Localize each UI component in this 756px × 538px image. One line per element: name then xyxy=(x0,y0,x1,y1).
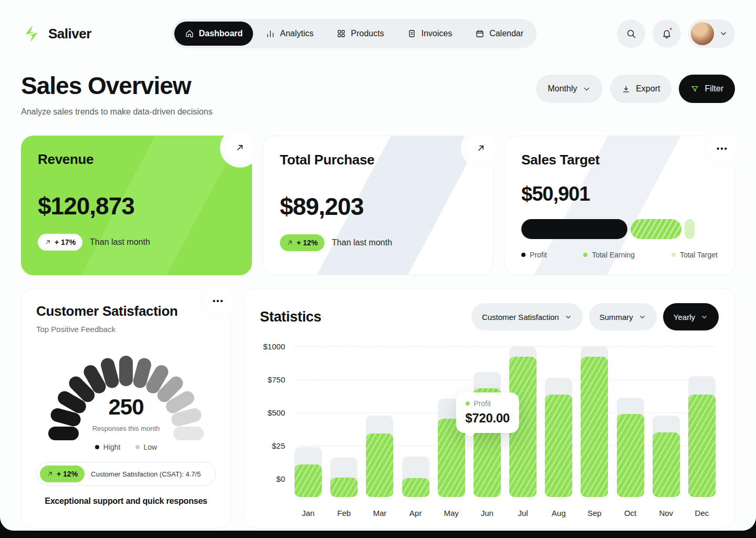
revenue-change-row: + 17% Than last month xyxy=(38,234,235,251)
bar[interactable] xyxy=(617,414,644,497)
legend-item-profit: Profit xyxy=(521,251,547,259)
notification-dot xyxy=(669,27,673,31)
sales-target-legend: ProfitTotal EarningTotal Target xyxy=(521,251,718,259)
tooltip-header: Profit xyxy=(465,399,510,408)
stats-filter-customer-satisfaction[interactable]: Customer Satisfaction xyxy=(471,303,583,330)
x-tick-label: Jan xyxy=(295,509,322,518)
brand-name: Saliver xyxy=(48,26,91,42)
statistics-card: Statistics Customer SatisfactionSummaryY… xyxy=(244,288,735,529)
chart-plot: JanFebMarAprMayJunJulAugSepOctNovDec Pro… xyxy=(295,346,716,497)
chart-tooltip: Profit $720.00 xyxy=(456,392,519,433)
revenue-change-note: Than last month xyxy=(90,237,150,247)
bar[interactable] xyxy=(330,478,358,497)
legend-item-total-target: Total Target xyxy=(671,251,718,259)
x-tick-label: Feb xyxy=(330,509,358,518)
statistics-head: Statistics Customer SatisfactionSummaryY… xyxy=(260,303,719,330)
total-purchase-expand-button[interactable] xyxy=(467,134,495,162)
bar-group-jan[interactable]: Jan xyxy=(295,346,322,497)
bar-group-oct[interactable]: Oct xyxy=(617,346,644,497)
nav-item-invoices[interactable]: Invoices xyxy=(396,22,463,46)
filter-button-label: Filter xyxy=(705,84,723,94)
analytics-icon xyxy=(266,29,275,38)
bar[interactable] xyxy=(545,395,572,497)
bar[interactable] xyxy=(366,433,393,497)
nav-item-label: Products xyxy=(351,29,384,38)
bar[interactable] xyxy=(688,395,716,497)
revenue-change-badge: + 17% xyxy=(38,234,82,251)
period-dropdown[interactable]: Monthly xyxy=(536,75,603,103)
tooltip-value: $720.00 xyxy=(465,411,510,426)
arrow-up-right-icon xyxy=(476,143,486,153)
x-tick-label: Apr xyxy=(402,509,429,518)
y-tick-label: $25 xyxy=(272,441,285,450)
bar[interactable] xyxy=(295,464,322,497)
legend-label: Total Earning xyxy=(592,251,635,259)
stats-filter-yearly[interactable]: Yearly xyxy=(663,303,719,330)
revenue-expand-button[interactable] xyxy=(226,133,254,162)
main-nav: DashboardAnalyticsProductsInvoicesCalend… xyxy=(172,19,537,48)
summary-cards: Revenue $120,873 + 17% Than last month T… xyxy=(21,136,735,275)
sales-target-card: ••• Sales Target $50,901 ProfitTotal Ear… xyxy=(504,136,735,275)
bar[interactable] xyxy=(581,357,608,497)
nav-item-label: Calendar xyxy=(489,29,523,38)
sales-target-title: Sales Target xyxy=(521,152,718,168)
home-icon xyxy=(185,29,194,38)
bar[interactable] xyxy=(402,478,429,497)
total-purchase-card: Total Purchase $89,203 + 12% Than last m… xyxy=(262,136,494,275)
brand: Saliver xyxy=(21,23,91,44)
lower-row: ••• Customer Satisfaction Top Positive F… xyxy=(21,288,735,529)
legend-item-hight: Hight xyxy=(95,443,121,451)
bar-group-nov[interactable]: Nov xyxy=(653,346,680,497)
statistics-title: Statistics xyxy=(260,309,321,325)
export-button-label: Export xyxy=(636,84,660,94)
nav-item-products[interactable]: Products xyxy=(326,22,394,46)
sales-target-progress xyxy=(521,219,718,239)
arrow-up-right-icon xyxy=(235,142,245,153)
legend-dot xyxy=(135,445,140,449)
nav-item-label: Dashboard xyxy=(199,29,243,38)
satisfaction-footnote: Exceptional support and quick responses xyxy=(36,496,216,506)
bar[interactable] xyxy=(653,432,680,497)
x-tick-label: Aug xyxy=(545,509,572,518)
x-tick-label: Jun xyxy=(474,509,501,518)
bar-group-mar[interactable]: Mar xyxy=(366,346,393,497)
satisfaction-legend: HightLow xyxy=(36,443,216,451)
revenue-change-label: + 17% xyxy=(55,238,76,246)
chevron-down-icon xyxy=(700,313,708,321)
revenue-value: $120,873 xyxy=(38,192,235,220)
bar-group-apr[interactable]: Apr xyxy=(402,346,429,497)
revenue-title: Revenue xyxy=(38,151,235,168)
legend-label: Low xyxy=(144,443,158,451)
x-tick-label: Mar xyxy=(366,509,393,518)
nav-item-label: Analytics xyxy=(280,29,313,38)
satisfaction-title: Customer Satisfaction xyxy=(36,303,216,319)
y-tick-label: $1000 xyxy=(263,342,285,351)
legend-item-low: Low xyxy=(135,443,158,451)
stats-filter-summary[interactable]: Summary xyxy=(589,303,657,330)
nav-item-dashboard[interactable]: Dashboard xyxy=(174,22,254,46)
sales-target-menu-button[interactable]: ••• xyxy=(708,134,737,162)
notifications-button[interactable] xyxy=(653,19,681,48)
y-tick-label: $750 xyxy=(268,375,285,384)
export-button[interactable]: Export xyxy=(610,75,671,103)
chart-y-axis: $1000$750$500$25$0 xyxy=(260,346,285,497)
statistics-chart: $1000$750$500$25$0 JanFebMarAprMayJunJul… xyxy=(260,346,719,515)
head-actions: Monthly Export Filter xyxy=(536,75,735,103)
nav-item-calendar[interactable]: Calendar xyxy=(465,22,534,46)
tooltip-label: Profit xyxy=(474,399,491,408)
legend-dot xyxy=(95,445,99,449)
bar-group-feb[interactable]: Feb xyxy=(330,346,358,497)
total-purchase-change-row: + 12% Than last month xyxy=(280,234,476,251)
user-menu[interactable] xyxy=(688,19,735,48)
bar-group-dec[interactable]: Dec xyxy=(688,346,716,497)
x-tick-label: May xyxy=(438,509,465,518)
bar-group-aug[interactable]: Aug xyxy=(545,346,572,497)
progress-segment-total-target xyxy=(685,219,695,239)
nav-item-analytics[interactable]: Analytics xyxy=(255,22,324,46)
bar-group-sep[interactable]: Sep xyxy=(581,346,608,497)
filter-button[interactable]: Filter xyxy=(679,75,735,103)
search-button[interactable] xyxy=(617,19,645,48)
stats-filter-label: Yearly xyxy=(674,313,695,322)
satisfaction-menu-button[interactable]: ••• xyxy=(204,286,233,315)
chevron-down-icon xyxy=(582,85,591,94)
